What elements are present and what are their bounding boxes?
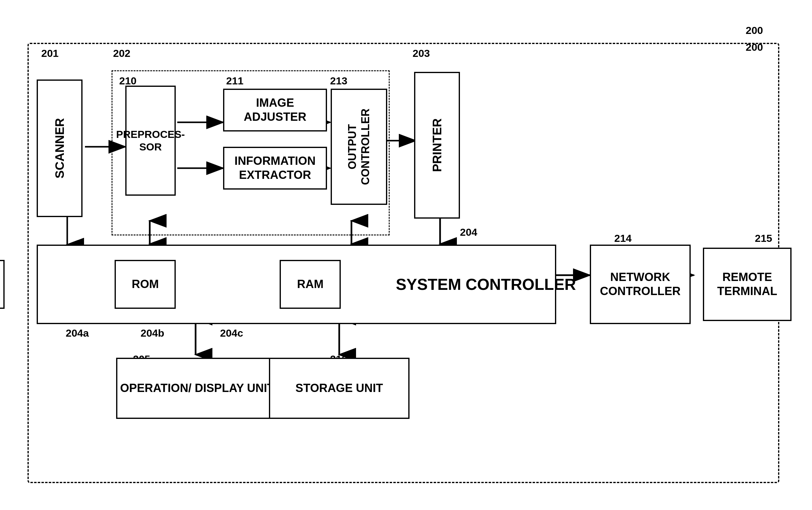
- scanner-label: SCANNER: [52, 118, 67, 178]
- storage-unit-box: STORAGE UNIT: [269, 358, 410, 419]
- ref-213: 213: [330, 75, 348, 87]
- image-adjuster-box: IMAGE ADJUSTER: [223, 89, 327, 132]
- ref-215: 215: [755, 232, 772, 244]
- output-controller-box: OUTPUT CONTROLLER: [331, 89, 387, 205]
- rom-box: ROM: [115, 260, 176, 309]
- ref-204: 204: [460, 226, 477, 238]
- ref-204a: 204a: [66, 327, 89, 339]
- ref-200: 200: [746, 25, 763, 36]
- ref-204c: 204c: [220, 327, 243, 339]
- printer-label: PRINTER: [430, 118, 444, 172]
- operation-display-box: OPERATION/ DISPLAY UNIT: [116, 358, 278, 419]
- ref-214: 214: [614, 232, 632, 244]
- network-controller-box: NETWORK CONTROLLER: [590, 245, 691, 324]
- ref-211: 211: [226, 75, 244, 87]
- preprocessor-label: PREPROCES- SOR: [116, 128, 185, 153]
- network-controller-label: NETWORK CONTROLLER: [591, 270, 689, 298]
- output-controller-label: OUTPUT CONTROLLER: [345, 90, 372, 204]
- ref-210: 210: [119, 75, 137, 87]
- printer-box: PRINTER: [414, 72, 460, 219]
- remote-terminal-box: REMOTE TERMINAL: [703, 248, 791, 321]
- remote-terminal-label: REMOTE TERMINAL: [704, 270, 790, 298]
- diagram-container: 200: [18, 18, 794, 499]
- ref-203: 203: [413, 48, 430, 59]
- ram-box: RAM: [280, 260, 341, 309]
- system-controller-label: SYSTEM CONTROLLER: [396, 275, 576, 294]
- ref-200-label: 200: [746, 41, 763, 53]
- ref-202: 202: [113, 48, 130, 59]
- scanner-box: SCANNER: [37, 80, 83, 217]
- information-extractor-box: INFORMATION EXTRACTOR: [223, 147, 327, 190]
- system-controller-box: CPU ROM RAM SYSTEM CONTROLLER: [37, 245, 556, 324]
- cpu-box: CPU: [0, 260, 5, 309]
- image-adjuster-label: IMAGE ADJUSTER: [224, 96, 326, 124]
- ram-label: RAM: [297, 277, 324, 291]
- preprocessor-box: PREPROCES- SOR: [125, 86, 176, 196]
- ref-201: 201: [41, 48, 59, 59]
- rom-label: ROM: [132, 277, 159, 291]
- storage-unit-label: STORAGE UNIT: [296, 381, 383, 395]
- information-extractor-label: INFORMATION EXTRACTOR: [224, 154, 326, 182]
- operation-display-label: OPERATION/ DISPLAY UNIT: [120, 381, 274, 395]
- ref-204b: 204b: [141, 327, 164, 339]
